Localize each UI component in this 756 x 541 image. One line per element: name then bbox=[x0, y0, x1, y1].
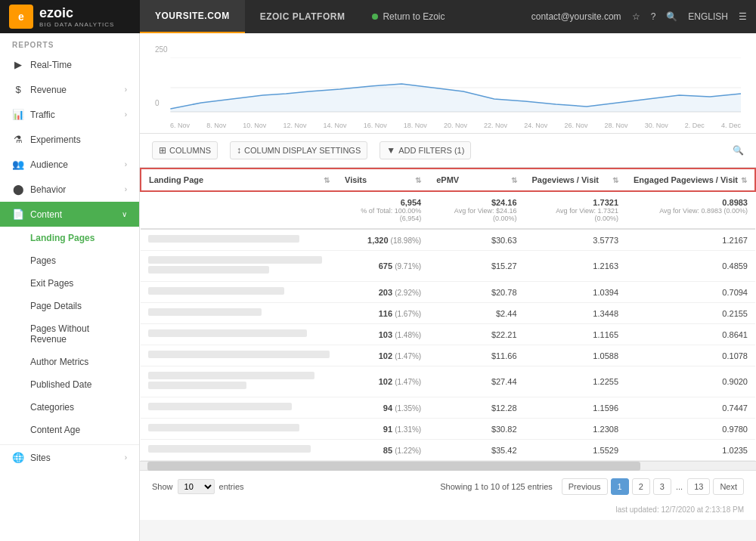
prev-button[interactable]: Previous bbox=[562, 478, 608, 495]
traffic-icon: 📊 bbox=[12, 109, 24, 120]
th-visits[interactable]: Visits ⇅ bbox=[337, 168, 429, 191]
sidebar-item-traffic[interactable]: 📊 Traffic › bbox=[0, 102, 139, 127]
column-display-button[interactable]: ↕ COLUMN DISPLAY SETTINGS bbox=[230, 141, 367, 159]
chart-y-label-250: 250 bbox=[155, 45, 168, 54]
totals-row: 6,954 % of Total: 100.00% (6,954) $24.16… bbox=[141, 191, 755, 229]
table-body: 6,954 % of Total: 100.00% (6,954) $24.16… bbox=[141, 191, 755, 461]
epmv-cell-7: $12.28 bbox=[429, 397, 524, 419]
chart-area: 250 0 6. Nov 8. Nov 10. Nov 12. Nov 14. … bbox=[140, 33, 756, 134]
x-label-7: 20. Nov bbox=[444, 122, 467, 129]
next-button[interactable]: Next bbox=[713, 478, 744, 495]
pageviews-cell-7: 1.1596 bbox=[525, 397, 626, 419]
sidebar-sub-item-content-age[interactable]: Content Age bbox=[0, 419, 139, 441]
url-cell-7 bbox=[141, 397, 337, 419]
url-cell-4 bbox=[141, 324, 337, 345]
pageviews-cell-4: 1.1165 bbox=[525, 324, 626, 345]
main-layout: REPORTS ▶ Real-Time $ Revenue › 📊 Traffi… bbox=[0, 33, 756, 541]
table-toolbar: ⊞ COLUMNS ↕ COLUMN DISPLAY SETTINGS ▼ AD… bbox=[140, 134, 756, 168]
th-pageviews-visit[interactable]: Pageviews / Visit ⇅ bbox=[525, 168, 626, 191]
filter-icon: ▼ bbox=[386, 145, 395, 156]
chevron-down-icon: ∨ bbox=[122, 210, 127, 218]
sidebar-sub-item-pages-without-revenue[interactable]: Pages Without Revenue bbox=[0, 317, 139, 351]
sidebar-item-audience[interactable]: 👥 Audience › bbox=[0, 152, 139, 177]
url-cell-8 bbox=[141, 419, 337, 440]
nav-right: contact@yoursite.com ☆ ? 🔍 ENGLISH ☰ bbox=[531, 11, 756, 22]
visits-cell-2: 203 (2.92%) bbox=[337, 282, 429, 303]
th-engaged-pageviews-visit[interactable]: Engaged Pageviews / Visit ⇅ bbox=[626, 168, 755, 191]
pageviews-cell-3: 1.3448 bbox=[525, 303, 626, 324]
revenue-icon: $ bbox=[12, 84, 24, 95]
table-row: 675 (9.71%) $15.27 1.2163 0.4859 bbox=[141, 251, 755, 282]
sidebar-item-sites[interactable]: 🌐 Sites › bbox=[0, 444, 139, 470]
entries-select[interactable]: 10 25 50 100 bbox=[178, 479, 215, 494]
sidebar-sub-item-pages[interactable]: Pages bbox=[0, 249, 139, 272]
sidebar-item-real-time[interactable]: ▶ Real-Time bbox=[0, 52, 139, 77]
table-row: 103 (1.48%) $22.21 1.1165 0.8641 bbox=[141, 324, 755, 345]
pageviews-cell-1: 1.2163 bbox=[525, 251, 626, 282]
language-selector[interactable]: ENGLISH bbox=[688, 11, 728, 22]
toolbar-search: 🔍 bbox=[733, 145, 744, 156]
x-label-13: 2. Dec bbox=[685, 122, 705, 129]
search-icon[interactable]: 🔍 bbox=[666, 11, 677, 22]
horizontal-scrollbar[interactable] bbox=[140, 461, 756, 470]
logo-area: e ezoic BIG DATA ANALYTICS bbox=[0, 0, 140, 33]
search-icon-toolbar: 🔍 bbox=[733, 145, 744, 156]
table-container: Landing Page ⇅ Visits ⇅ bbox=[140, 168, 756, 461]
x-label-3: 12. Nov bbox=[283, 122, 306, 129]
sidebar-item-behavior[interactable]: ⬤ Behavior › bbox=[0, 177, 139, 202]
url-cell-6 bbox=[141, 366, 337, 397]
url-blur-6 bbox=[148, 372, 314, 379]
column-display-icon: ↕ bbox=[237, 145, 241, 156]
engaged-cell-0: 1.2167 bbox=[626, 229, 755, 251]
url-cell-1 bbox=[141, 251, 337, 282]
engaged-cell-1: 0.4859 bbox=[626, 251, 755, 282]
page-13-button[interactable]: 13 bbox=[687, 478, 710, 495]
data-table: Landing Page ⇅ Visits ⇅ bbox=[140, 168, 756, 461]
epmv-cell-1: $15.27 bbox=[429, 251, 524, 282]
table-header-row: Landing Page ⇅ Visits ⇅ bbox=[141, 168, 755, 191]
th-landing-page[interactable]: Landing Page ⇅ bbox=[141, 168, 337, 191]
logo-sub: BIG DATA ANALYTICS bbox=[39, 21, 114, 28]
sidebar-sub-item-categories[interactable]: Categories bbox=[0, 396, 139, 419]
sort-icon-epmv: ⇅ bbox=[511, 176, 517, 184]
totals-visits-cell: 6,954 % of Total: 100.00% (6,954) bbox=[337, 191, 429, 229]
page-3-button[interactable]: 3 bbox=[653, 478, 671, 495]
add-filters-button[interactable]: ▼ ADD FILTERS (1) bbox=[380, 141, 471, 159]
columns-button[interactable]: ⊞ COLUMNS bbox=[152, 141, 218, 159]
menu-icon[interactable]: ☰ bbox=[739, 11, 747, 22]
engaged-cell-2: 0.7094 bbox=[626, 282, 755, 303]
sidebar-sub-item-landing-pages[interactable]: Landing Pages bbox=[0, 227, 139, 249]
scrollbar-thumb[interactable] bbox=[147, 462, 640, 471]
pageviews-cell-8: 1.2308 bbox=[525, 419, 626, 440]
columns-icon: ⊞ bbox=[159, 145, 166, 156]
page-2-button[interactable]: 2 bbox=[632, 478, 650, 495]
th-epmv[interactable]: ePMV ⇅ bbox=[429, 168, 524, 191]
visits-cell-9: 85 (1.22%) bbox=[337, 440, 429, 461]
logo-text-group: ezoic BIG DATA ANALYTICS bbox=[39, 5, 114, 28]
nav-tab-yoursite[interactable]: YOURSITE.COM bbox=[140, 0, 245, 33]
sidebar-sub-item-author-metrics[interactable]: Author Metrics bbox=[0, 351, 139, 373]
return-dot-icon bbox=[372, 14, 378, 20]
help-icon[interactable]: ? bbox=[651, 11, 656, 22]
url-blur-8 bbox=[148, 424, 299, 431]
show-label: Show bbox=[152, 482, 173, 491]
engaged-cell-7: 0.7447 bbox=[626, 397, 755, 419]
table-row: 94 (1.35%) $12.28 1.1596 0.7447 bbox=[141, 397, 755, 419]
engaged-cell-5: 0.1078 bbox=[626, 345, 755, 366]
chart-svg bbox=[155, 57, 741, 118]
x-label-10: 26. Nov bbox=[564, 122, 587, 129]
table-row: 116 (1.67%) $2.44 1.3448 0.2155 bbox=[141, 303, 755, 324]
nav-tab-ezoic-platform[interactable]: EZOIC PLATFORM bbox=[245, 0, 361, 33]
page-1-button[interactable]: 1 bbox=[611, 478, 629, 495]
sidebar-sub-item-page-details[interactable]: Page Details bbox=[0, 295, 139, 317]
nav-tab-return[interactable]: Return to Ezoic bbox=[360, 11, 457, 22]
visits-cell-6: 102 (1.47%) bbox=[337, 366, 429, 397]
sidebar-item-experiments[interactable]: ⚗ Experiments bbox=[0, 127, 139, 152]
star-icon[interactable]: ☆ bbox=[632, 11, 640, 22]
sidebar-item-revenue[interactable]: $ Revenue › bbox=[0, 77, 139, 102]
sidebar-label-sites: Sites bbox=[30, 453, 51, 463]
sidebar-sub-item-exit-pages[interactable]: Exit Pages bbox=[0, 272, 139, 295]
sidebar-sub-item-published-date[interactable]: Published Date bbox=[0, 373, 139, 396]
sidebar-item-content[interactable]: 📄 Content ∨ bbox=[0, 202, 139, 227]
pagination: Previous 1 2 3 ... 13 Next bbox=[562, 478, 744, 495]
